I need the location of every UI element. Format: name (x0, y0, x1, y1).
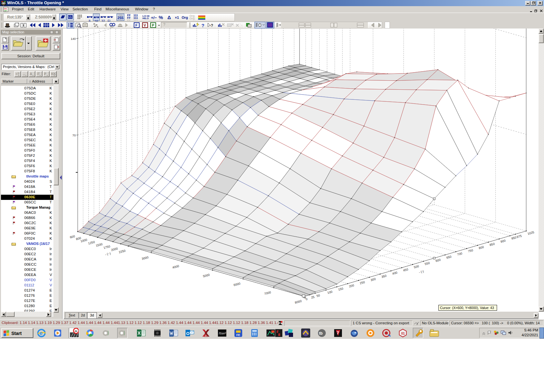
svg-text:A: A (30, 72, 32, 76)
svg-text:∞: ∞ (75, 329, 77, 333)
svg-text:1025: 1025 (527, 230, 535, 236)
svg-text:900: 900 (500, 239, 506, 244)
svg-text:750: 750 (468, 248, 473, 253)
svg-text:500: 500 (414, 264, 419, 269)
svg-text:300: 300 (370, 277, 376, 282)
svg-text:O: O (186, 331, 189, 336)
svg-text:7: 7 (337, 331, 339, 335)
svg-text:101: 101 (4, 8, 7, 10)
svg-text:F: F (135, 23, 138, 27)
svg-text:- (~): - (~) (105, 251, 111, 256)
svg-text:1750: 1750 (103, 244, 110, 249)
svg-text:700: 700 (457, 251, 462, 256)
svg-text:70: 70 (72, 133, 76, 137)
svg-text:4000: 4000 (172, 264, 179, 269)
svg-text:01: 01 (401, 332, 405, 335)
svg-text:550: 550 (424, 261, 430, 266)
svg-text:IOII..: IOII.. (110, 26, 114, 28)
svg-text:600: 600 (435, 258, 441, 263)
svg-text:P: P (152, 23, 154, 27)
svg-text:- (-): - (-) (418, 269, 424, 274)
svg-text:650: 650 (446, 255, 452, 259)
svg-text:tb: tb (319, 331, 323, 336)
svg-text:8: 8 (278, 333, 280, 337)
svg-text:450: 450 (402, 268, 408, 272)
svg-text:950: 950 (511, 236, 517, 240)
svg-text:fSan³: fSan³ (219, 332, 226, 335)
svg-text:e: e (40, 330, 42, 336)
svg-text:V: V (144, 23, 146, 27)
svg-text:2000: 2000 (111, 247, 118, 252)
svg-text:1500: 1500 (95, 242, 103, 248)
svg-text:6000: 6000 (233, 282, 241, 287)
svg-text:iT: iT (37, 72, 40, 76)
svg-text:50: 50 (316, 294, 320, 298)
svg-text:1250: 1250 (88, 240, 95, 245)
svg-text:850: 850 (489, 242, 495, 247)
svg-text:140: 140 (71, 37, 76, 40)
svg-text:KK: KK (51, 72, 56, 76)
svg-text:3000: 3000 (141, 255, 149, 260)
svg-text:800: 800 (478, 245, 484, 250)
svg-text:350: 350 (381, 274, 387, 279)
svg-text:P: P (44, 72, 46, 76)
svg-text:250: 250 (359, 280, 365, 285)
svg-text:...: ... (23, 72, 26, 76)
svg-text:FE: FE (236, 333, 240, 337)
svg-text:8000: 8000 (294, 299, 302, 304)
svg-text:100: 100 (327, 290, 333, 295)
svg-text:200: 200 (348, 283, 354, 288)
svg-text:7000: 7000 (264, 290, 271, 295)
svg-text:?: ? (211, 23, 213, 28)
svg-text:2250: 2250 (118, 249, 126, 254)
svg-text:5000: 5000 (202, 273, 210, 278)
svg-text:?: ? (201, 23, 204, 28)
svg-text:975: 975 (516, 234, 522, 239)
svg-text:600: 600 (69, 234, 75, 239)
svg-text:25: 25 (311, 295, 315, 299)
svg-text:400: 400 (392, 271, 398, 275)
svg-text:150: 150 (338, 287, 344, 292)
svg-text:Cursor: (X=600, Y=8000), Value: Cursor: (X=600, Y=8000), Value: 43 (440, 306, 494, 310)
svg-text:EE: EE (204, 335, 208, 338)
